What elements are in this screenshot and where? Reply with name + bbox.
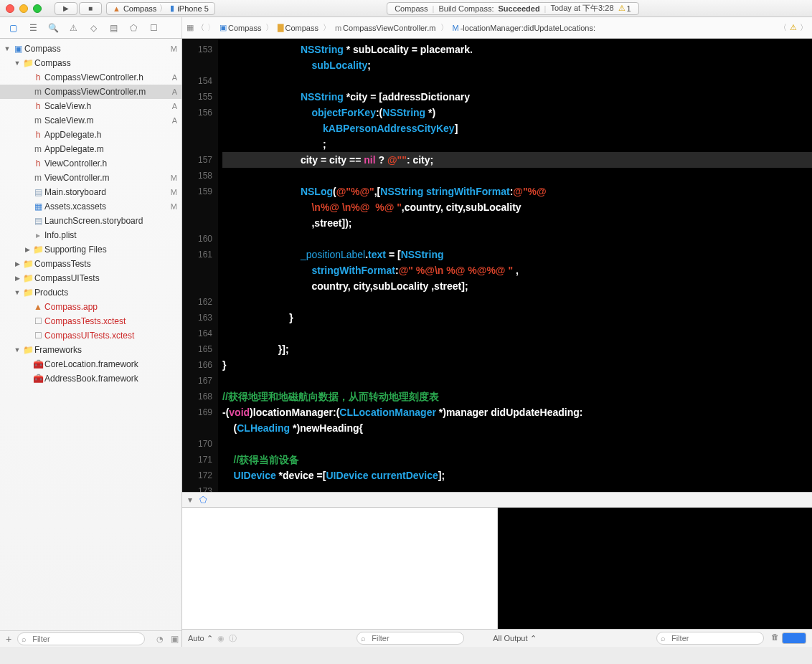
tree-row[interactable]: 🧰AddressBook.framework bbox=[0, 371, 181, 386]
debug-toolbar: ▾ ⬠ bbox=[182, 492, 812, 508]
code-content[interactable]: NSString * subLocality = placemark. subL… bbox=[218, 39, 812, 492]
recent-icon[interactable]: ◔ bbox=[156, 635, 164, 644]
disclosure-triangle[interactable]: ▼ bbox=[13, 60, 22, 67]
fw-icon: 🧰 bbox=[32, 359, 44, 369]
debug-panel-toggle[interactable] bbox=[782, 632, 806, 644]
symbol-navigator-icon[interactable]: ☰ bbox=[24, 20, 42, 36]
tree-row[interactable]: hScaleView.hA bbox=[0, 99, 181, 113]
crumb-project[interactable]: ▣ Compass bbox=[218, 23, 263, 32]
tree-row[interactable]: hAppDelegate.h bbox=[0, 128, 181, 142]
scm-filter-icon[interactable]: ▣ bbox=[171, 634, 179, 644]
tree-row[interactable]: ▲Compass.app bbox=[0, 300, 181, 314]
breakpoint-navigator-icon[interactable]: ⬠ bbox=[125, 20, 142, 36]
tree-row[interactable]: ▤LaunchScreen.storyboard bbox=[0, 214, 181, 228]
variables-filter-input[interactable] bbox=[357, 632, 464, 645]
tree-item-label: AppDelegate.m bbox=[44, 144, 177, 154]
prev-issue-button[interactable]: 〈 bbox=[779, 22, 787, 33]
status-project: Compass bbox=[395, 4, 428, 13]
navigator-filter-input[interactable] bbox=[17, 632, 145, 645]
project-navigator-icon[interactable]: ▢ bbox=[4, 20, 22, 36]
zoom-window[interactable] bbox=[33, 4, 42, 13]
related-items-icon[interactable]: ▦ bbox=[187, 23, 194, 32]
tree-row[interactable]: hCompassViewController.hA bbox=[0, 70, 181, 85]
tree-row[interactable]: ☐CompassTests.xctest bbox=[0, 314, 181, 328]
project-tree[interactable]: ▼▣CompassM▼📁CompasshCompassViewControlle… bbox=[0, 39, 181, 630]
tree-row[interactable]: ▶📁Supporting Files bbox=[0, 242, 181, 257]
tree-row[interactable]: hViewController.h bbox=[0, 156, 181, 171]
disclosure-triangle[interactable]: ▶ bbox=[23, 246, 32, 253]
report-navigator-icon[interactable]: ☐ bbox=[145, 20, 162, 36]
scm-badge: M bbox=[168, 188, 177, 196]
tree-row[interactable]: ▸Info.plist bbox=[0, 228, 181, 242]
tree-row[interactable]: ▼📁Frameworks bbox=[0, 343, 181, 357]
warning-indicator[interactable]: ⚠ 1 bbox=[618, 4, 631, 13]
disclosure-triangle[interactable]: ▶ bbox=[13, 260, 22, 267]
tree-item-label: AppDelegate.h bbox=[44, 130, 177, 140]
scheme-selector[interactable]: ▲ Compass 〉 ▮ iPhone 5 bbox=[106, 2, 215, 15]
tree-row[interactable]: mAppDelegate.m bbox=[0, 142, 181, 156]
debug-bottom-bar: Auto ⌃ ◉ ⓘ ⌕ All Output ⌃ ⌕ 🗑 bbox=[182, 630, 812, 647]
scm-badge: A bbox=[169, 73, 177, 82]
tree-row[interactable]: mScaleView.mA bbox=[0, 113, 181, 128]
tree-row[interactable]: mCompassViewController.mA bbox=[0, 85, 181, 99]
add-button[interactable]: + bbox=[3, 633, 14, 645]
scm-badge: M bbox=[168, 174, 177, 182]
test-navigator-icon[interactable]: ◇ bbox=[85, 20, 102, 36]
output-scope-selector[interactable]: All Output ⌃ bbox=[493, 634, 536, 643]
status-action: Build Compass: bbox=[438, 4, 494, 13]
proj-icon: ▣ bbox=[11, 44, 24, 54]
tree-row[interactable]: ▦Assets.xcassetsM bbox=[0, 199, 181, 214]
close-window[interactable] bbox=[6, 4, 14, 13]
variables-view[interactable] bbox=[182, 508, 498, 629]
console-filter-input[interactable] bbox=[656, 632, 764, 645]
find-navigator-icon[interactable]: 🔍 bbox=[44, 20, 62, 36]
forward-button[interactable]: 〉 bbox=[207, 22, 215, 33]
scheme-device: iPhone 5 bbox=[177, 4, 208, 13]
fw-icon: 🧰 bbox=[32, 374, 44, 384]
disclosure-triangle[interactable]: ▼ bbox=[13, 346, 22, 354]
quicklook-icon[interactable]: ◉ bbox=[217, 634, 225, 643]
run-button[interactable]: ▶ bbox=[55, 2, 77, 15]
disclosure-triangle[interactable]: ▼ bbox=[13, 289, 22, 296]
xt-icon: ☐ bbox=[32, 316, 44, 326]
stop-button[interactable]: ■ bbox=[79, 2, 102, 15]
tree-item-label: CompassTests bbox=[34, 259, 177, 269]
tree-item-label: LaunchScreen.storyboard bbox=[44, 216, 177, 226]
tree-row[interactable]: mViewController.mM bbox=[0, 171, 181, 185]
tree-row[interactable]: ☐CompassUITests.xctest bbox=[0, 328, 181, 343]
tree-row[interactable]: ▶📁CompassUITests bbox=[0, 271, 181, 285]
breakpoint-toggle-icon[interactable]: ⬠ bbox=[199, 495, 207, 505]
next-issue-button[interactable]: 〉 bbox=[800, 22, 808, 33]
tree-row[interactable]: ▼📁Compass bbox=[0, 56, 181, 70]
crumb-file[interactable]: m CompassViewController.m bbox=[334, 24, 438, 32]
issue-navigator-icon[interactable]: ⚠ bbox=[65, 20, 82, 36]
tree-item-label: ScaleView.h bbox=[44, 101, 169, 111]
disclosure-triangle[interactable]: ▶ bbox=[13, 275, 22, 282]
tree-row[interactable]: 🧰CoreLocation.framework bbox=[0, 357, 181, 371]
disclosure-triangle[interactable]: ▼ bbox=[3, 45, 11, 52]
tree-item-label: CompassViewController.m bbox=[44, 87, 169, 97]
tree-item-label: Info.plist bbox=[44, 230, 177, 240]
minimize-window[interactable] bbox=[19, 4, 28, 13]
tree-item-label: CoreLocation.framework bbox=[44, 359, 177, 369]
target-icon: ▲ bbox=[113, 4, 121, 13]
toggle-debug-icon[interactable]: ▾ bbox=[188, 495, 192, 505]
info-icon[interactable]: ⓘ bbox=[229, 633, 237, 644]
code-editor[interactable]: 1531541551561571581591601611621631641651… bbox=[182, 39, 812, 492]
auto-scope-selector[interactable]: Auto ⌃ bbox=[188, 634, 213, 643]
tree-row[interactable]: ▤Main.storyboardM bbox=[0, 185, 181, 199]
m-icon: m bbox=[32, 173, 44, 183]
tree-item-label: ViewController.m bbox=[44, 173, 168, 183]
tree-row[interactable]: ▼📁Products bbox=[0, 285, 181, 300]
crumb-folder[interactable]: ▇ Compass bbox=[276, 23, 319, 32]
crumb-symbol[interactable]: M -locationManager:didUpdateLocations: bbox=[451, 24, 598, 32]
tree-row[interactable]: ▼▣CompassM bbox=[0, 42, 181, 56]
console-view[interactable] bbox=[498, 508, 813, 629]
tree-row[interactable]: ▶📁CompassTests bbox=[0, 257, 181, 271]
debug-navigator-icon[interactable]: ▤ bbox=[105, 20, 122, 36]
device-icon: ▮ bbox=[170, 4, 174, 13]
scm-badge: M bbox=[168, 202, 177, 211]
activity-status: Compass | Build Compass: Succeeded | Tod… bbox=[219, 2, 806, 15]
clear-console-icon[interactable]: 🗑 bbox=[771, 632, 779, 644]
back-button[interactable]: 〈 bbox=[197, 22, 204, 33]
